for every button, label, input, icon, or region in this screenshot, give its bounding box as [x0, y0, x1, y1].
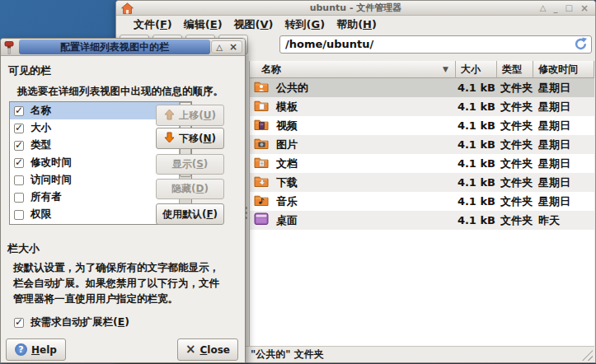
dialog-titlebar[interactable]: 配置详细列表视图中的栏	[1, 39, 245, 56]
menu-item-go[interactable]: 转到(G)	[279, 16, 331, 33]
column-checkbox[interactable]	[14, 106, 24, 116]
file-row[interactable]: 下载4.1 kB文件夹星期日	[250, 173, 594, 192]
menu-item-view[interactable]: 视图(V)	[228, 16, 279, 33]
file-row[interactable]: 文档4.1 kB文件夹星期日	[250, 154, 594, 173]
file-row[interactable]: 音乐4.1 kB文件夹星期日	[250, 192, 594, 211]
file-name-cell: 公共的	[250, 80, 456, 96]
file-row[interactable]: 视频4.1 kB文件夹星期日	[250, 116, 594, 135]
column-header-name[interactable]: 名称▼	[250, 61, 456, 78]
public-folder-icon	[254, 80, 269, 96]
file-name-cell: 视频	[250, 118, 456, 133]
documents-folder-icon	[254, 156, 269, 171]
column-label: 修改时间	[31, 156, 72, 170]
file-name-label: 模板	[276, 100, 298, 114]
file-modified-cell: 星期日	[533, 156, 594, 171]
file-modified-cell: 昨天	[533, 213, 594, 228]
file-size-cell: 4.1 kB	[456, 214, 497, 226]
file-type-cell: 文件夹	[497, 213, 533, 228]
templates-folder-icon	[254, 99, 269, 114]
dialog-shade-icon[interactable]	[216, 43, 223, 52]
menu-item-file[interactable]: 文件(F)	[128, 16, 178, 33]
column-label: 所有者	[31, 190, 62, 204]
help-button[interactable]: Help	[6, 338, 66, 361]
hide-button: 隐藏(D)	[156, 179, 224, 199]
file-size-cell: 4.1 kB	[456, 138, 497, 151]
file-size-cell: 4.1 kB	[456, 119, 497, 132]
status-text: "公共的" 文件夹	[251, 348, 324, 360]
dialog-close-icon[interactable]	[229, 41, 237, 53]
columns-list: 名称大小类型修改时间访问时间所有者权限	[10, 102, 179, 224]
column-checkbox[interactable]	[14, 124, 24, 133]
resize-grip[interactable]	[582, 350, 593, 361]
file-modified-cell: 星期日	[533, 138, 594, 152]
file-row[interactable]: 图片4.1 kB文件夹星期日	[250, 135, 594, 154]
menu-item-help[interactable]: 帮助(H)	[331, 16, 382, 33]
shade-icon[interactable]	[540, 1, 547, 16]
column-list-item[interactable]: 修改时间	[10, 154, 179, 171]
file-type-cell: 文件夹	[497, 81, 533, 96]
file-name-label: 公共的	[276, 81, 308, 96]
file-name-label: 图片	[276, 138, 298, 152]
column-header-label: 类型	[502, 63, 522, 75]
file-modified-cell: 星期日	[533, 100, 594, 114]
file-row[interactable]: 桌面4.1 kB文件夹昨天	[250, 211, 594, 230]
column-list-item[interactable]: 类型	[10, 137, 179, 154]
move-down-button[interactable]: 下移(N)	[156, 128, 224, 149]
column-label: 类型	[31, 138, 51, 152]
auto-expand-checkbox[interactable]	[14, 318, 24, 328]
close-x-icon	[185, 343, 196, 356]
file-type-cell: 文件夹	[497, 100, 533, 114]
file-row[interactable]: 模板4.1 kB文件夹星期日	[250, 97, 594, 116]
menu-item-edit[interactable]: 编辑(E)	[178, 16, 228, 33]
file-modified-cell: 星期日	[533, 119, 594, 133]
file-name-cell: 下载	[250, 175, 456, 190]
auto-expand-checkbox-row[interactable]: 按需求自动扩展栏(E)	[14, 315, 129, 329]
use-default-button[interactable]: 使用默认(F)	[156, 203, 224, 225]
main-window-titlebar[interactable]: ubuntu - 文件管理器	[116, 1, 595, 16]
down-arrow-icon	[164, 132, 175, 146]
up-arrow-icon	[164, 109, 175, 123]
description-line: 管理器将一直使用用户指定的栏宽。	[13, 291, 219, 306]
column-list-item[interactable]: 名称	[10, 102, 179, 119]
refresh-icon[interactable]	[574, 37, 589, 52]
column-header-size[interactable]: 大小	[456, 61, 497, 78]
column-checkbox[interactable]	[14, 175, 24, 185]
button-label: 上移(U)	[179, 109, 216, 123]
column-header-type[interactable]: 类型	[497, 61, 533, 78]
column-list-item[interactable]: 访问时间	[10, 171, 179, 189]
file-list-view: 名称▼大小类型修改时间 公共的4.1 kB文件夹星期日模板4.1 kB文件夹星期…	[249, 61, 594, 346]
column-list-item[interactable]: 权限	[10, 206, 179, 223]
column-checkbox[interactable]	[14, 210, 24, 220]
file-row[interactable]: 公共的4.1 kB文件夹星期日	[250, 78, 594, 97]
button-label: 使用默认(F)	[162, 208, 218, 222]
auto-expand-label: 按需求自动扩展栏(E)	[31, 315, 129, 329]
visible-columns-heading: 可见的栏	[8, 63, 51, 78]
column-checkbox[interactable]	[14, 193, 24, 203]
maximize-icon[interactable]	[565, 1, 572, 16]
location-input[interactable]: /home/ubuntu/	[279, 35, 592, 54]
file-name-cell: 图片	[250, 137, 456, 152]
column-checkbox[interactable]	[14, 158, 24, 168]
screwdriver-icon	[3, 40, 17, 58]
desktop: ubuntu - 文件管理器 文件(F)编辑(E)视图(V)转到(G)帮助(H)…	[0, 0, 596, 364]
column-header-modified[interactable]: 修改时间	[533, 61, 594, 78]
minimize-icon[interactable]	[553, 1, 557, 16]
close-icon[interactable]	[580, 1, 589, 16]
column-checkbox[interactable]	[14, 141, 24, 151]
button-label: 显示(S)	[172, 157, 209, 171]
file-type-cell: 文件夹	[497, 175, 533, 190]
button-label: 隐藏(D)	[171, 182, 209, 196]
button-label: 下移(N)	[179, 132, 216, 146]
column-list-item[interactable]: 所有者	[10, 189, 179, 206]
file-size-cell: 4.1 kB	[456, 100, 497, 113]
column-list-item[interactable]: 大小	[10, 119, 179, 137]
desktop-folder-icon	[254, 212, 269, 228]
instruction-text: 挑选要在详细列表视图中出现的信息的顺序。	[17, 85, 223, 99]
file-name-label: 桌面	[276, 213, 298, 228]
file-modified-cell: 星期日	[533, 194, 594, 209]
videos-folder-icon	[254, 118, 269, 133]
column-size-description: 按默认设置，为了确保所有的文字都能显示，栏会自动扩展。如果您禁用了以下行为，文件…	[13, 259, 219, 306]
close-button[interactable]: Close	[177, 338, 238, 361]
file-size-cell: 4.1 kB	[456, 195, 497, 208]
column-label: 大小	[31, 121, 51, 135]
